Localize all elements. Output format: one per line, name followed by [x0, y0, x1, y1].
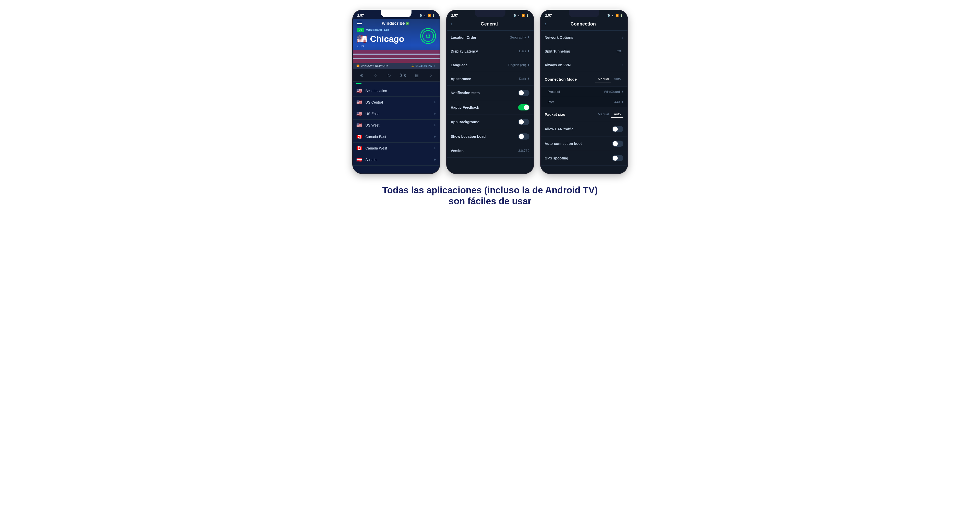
sim-icon-3: 📡 — [607, 14, 610, 17]
location-name-us-west: US West — [366, 123, 434, 127]
toggle-knob-notif — [519, 90, 524, 95]
phone-main: 2:57 📡 ▲ 📶 🔋 windscribe 5 ⏻ — [353, 10, 439, 173]
phone1-header: windscribe 5 ⏻ ON WireGuard 443 🇺🇸 Chica… — [353, 19, 439, 63]
setting-gps-spoofing[interactable]: GPS spoofing — [541, 151, 627, 165]
screen-header-2: ‹ General — [447, 19, 533, 31]
status-icons-2: 📡 ▲ 📶 🔋 — [513, 14, 529, 17]
tab-streaming[interactable]: ((·)) — [399, 72, 407, 79]
toggle-knob-lan — [612, 127, 618, 132]
toggle-app-bg[interactable] — [518, 119, 530, 125]
sub-label-protocol: Protocol — [548, 90, 604, 94]
mode-option-auto[interactable]: Auto — [611, 76, 624, 83]
hamburger-menu[interactable] — [357, 22, 362, 25]
chevron-updown-latency: ⬍ — [527, 49, 530, 53]
battery-icon-3: 🔋 — [620, 14, 623, 17]
setting-split-tunneling[interactable]: Split Tunneling Off › — [541, 44, 627, 58]
list-item-best[interactable]: 🇺🇸 Best Location — [353, 85, 439, 97]
battery-icon-2: 🔋 — [526, 14, 529, 17]
plus-austria[interactable]: + — [433, 157, 436, 162]
setting-app-background[interactable]: App Background — [447, 115, 533, 129]
setting-show-location-load[interactable]: Show Location Load — [447, 129, 533, 144]
settings-list-general: Location Order Geography ⬍ Display Laten… — [447, 31, 533, 173]
setting-label-gps: GPS spoofing — [545, 156, 612, 160]
setting-language[interactable]: Language English (en) ⬍ — [447, 58, 533, 72]
chevron-updown-appearance: ⬍ — [527, 77, 530, 80]
setting-network-options[interactable]: Network Options › — [541, 31, 627, 44]
list-item-us-central[interactable]: 🇺🇸 US Central + — [353, 97, 439, 108]
setting-haptic-feedback[interactable]: Haptic Feedback — [447, 100, 533, 115]
plus-us-east[interactable]: + — [433, 111, 436, 116]
setting-location-order[interactable]: Location Order Geography ⬍ — [447, 31, 533, 44]
setting-value-location-order: Geography ⬍ — [509, 35, 529, 39]
sim-icon: 📡 — [419, 14, 423, 17]
power-button[interactable]: ⏻ — [420, 28, 436, 44]
list-item-canada-west[interactable]: 🇨🇦 Canada West + — [353, 143, 439, 154]
setting-label-haptic: Haptic Feedback — [451, 105, 518, 110]
flag-canada-east: 🇨🇦 — [356, 134, 363, 140]
setting-packet-size[interactable]: Packet size Manual Auto — [541, 107, 627, 122]
caption-line2: son fáciles de usar — [10, 196, 970, 206]
toggle-lan[interactable] — [612, 126, 624, 132]
plus-us-west[interactable]: + — [433, 123, 436, 127]
toggle-location-load[interactable] — [518, 133, 530, 140]
caption-line1: Todas las aplicaciones (incluso la de An… — [10, 185, 970, 196]
setting-connection-mode[interactable]: Connection Mode Manual Auto — [541, 72, 627, 87]
location-name-austria: Austria — [366, 158, 434, 162]
mode-option-auto-packet[interactable]: Auto — [611, 111, 624, 118]
list-item-canada-east[interactable]: 🇨🇦 Canada East + — [353, 131, 439, 143]
setting-display-latency[interactable]: Display Latency Bars ⬍ — [447, 44, 533, 58]
phone-notch-3 — [569, 10, 600, 17]
signal-icon: 📶 — [428, 14, 431, 17]
setting-value-version: 3.0.789 — [518, 149, 529, 152]
mode-option-manual[interactable]: Manual — [595, 76, 611, 83]
plus-canada-east[interactable]: + — [433, 135, 436, 139]
status-time-1: 2:57 — [357, 14, 364, 17]
mode-option-manual-packet[interactable]: Manual — [595, 111, 611, 118]
network-bar: 📶 UNKNOWN NETWORK 🔒 68.235.50.245 ▼ — [353, 63, 439, 69]
tab-recent[interactable]: ▷ — [386, 72, 393, 79]
wifi-network-icon: 📶 — [356, 65, 360, 67]
sub-setting-port[interactable]: Port 443 ⬍ — [541, 97, 627, 107]
flag-canada-west: 🇨🇦 — [356, 145, 363, 151]
plus-us-central[interactable]: + — [433, 100, 436, 105]
toggle-gps[interactable] — [612, 155, 624, 161]
sub-setting-protocol[interactable]: Protocol WireGuard ⬍ — [541, 87, 627, 97]
sub-value-port: 443 ⬍ — [614, 100, 624, 104]
setting-allow-lan[interactable]: Allow LAN traffic — [541, 122, 627, 137]
setting-always-on-vpn[interactable]: Always on VPN › — [541, 58, 627, 72]
back-button-3[interactable]: ‹ — [545, 21, 546, 27]
battery-icon: 🔋 — [432, 14, 435, 17]
setting-label-auto-connect: Auto-connect on boot — [545, 141, 612, 146]
toggle-auto-connect[interactable] — [612, 141, 624, 147]
list-item-us-east[interactable]: 🇺🇸 US East + — [353, 108, 439, 120]
mode-selector-conn: Manual Auto — [595, 76, 623, 83]
setting-label-display-latency: Display Latency — [451, 49, 519, 53]
tab-static[interactable]: ▤ — [413, 72, 420, 79]
list-item-us-west[interactable]: 🇺🇸 US West + — [353, 120, 439, 131]
setting-label-network-options: Network Options — [545, 35, 622, 40]
tab-all[interactable]: ⊙ — [358, 72, 365, 79]
plus-canada-west[interactable]: + — [433, 146, 436, 151]
setting-label-location-load: Show Location Load — [451, 135, 518, 138]
tab-search[interactable]: ⌕ — [427, 72, 434, 79]
flag-austria: 🇦🇹 — [356, 157, 363, 162]
signal-icon-3: 📶 — [616, 14, 619, 17]
setting-label-conn-mode: Connection Mode — [545, 77, 595, 81]
signal-icon-2: 📶 — [522, 14, 525, 17]
us-flag: 🇺🇸 — [357, 35, 368, 43]
bottom-caption: Todas las aplicaciones (incluso la de An… — [0, 179, 980, 214]
settings-list-connection: Network Options › Split Tunneling Off › … — [541, 31, 627, 173]
setting-value-appearance: Dark ⬍ — [519, 77, 529, 81]
setting-appearance[interactable]: Appearance Dark ⬍ — [447, 72, 533, 86]
list-item-austria[interactable]: 🇦🇹 Austria + — [353, 154, 439, 165]
toggle-notification-stats[interactable] — [518, 90, 530, 96]
toggle-haptic[interactable] — [518, 104, 530, 110]
setting-notification-stats[interactable]: Notification stats — [447, 86, 533, 100]
back-button-2[interactable]: ‹ — [451, 21, 452, 27]
chevron-updown-lang: ⬍ — [527, 63, 530, 67]
network-name: UNKNOWN NETWORK — [361, 65, 388, 67]
flag-us-west: 🇺🇸 — [356, 122, 363, 128]
setting-label-split-tunnel: Split Tunneling — [545, 49, 617, 53]
setting-auto-connect[interactable]: Auto-connect on boot — [541, 137, 627, 151]
tab-favorites[interactable]: ♡ — [372, 72, 379, 79]
